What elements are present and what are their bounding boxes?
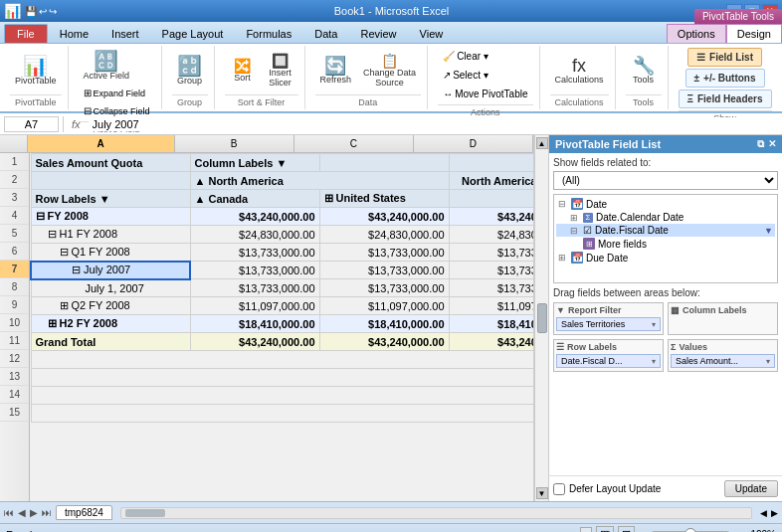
tab-home[interactable]: Home [49, 24, 99, 43]
h-scroll-left-btn[interactable]: ◀ [760, 508, 767, 518]
tab-formulas[interactable]: Formulas [235, 24, 302, 43]
change-data-source-button[interactable]: 📋 Change DataSource [358, 51, 421, 90]
zoom-out-btn[interactable]: ─ [639, 529, 647, 533]
col-header-c[interactable]: C [294, 135, 414, 152]
tab-file[interactable]: File [4, 24, 48, 43]
formula-input[interactable] [89, 117, 778, 131]
field-headers-button[interactable]: Ξ Field Headers [679, 89, 772, 108]
pivot-copy-icon[interactable]: ⧉ [757, 138, 764, 150]
cell-b9[interactable]: $11,097,000.00 [190, 297, 319, 315]
cell-c3[interactable]: ⊞ United States [319, 190, 449, 208]
group-button[interactable]: 🔡 Group [172, 53, 208, 89]
tools-button[interactable]: 🔧 Tools [626, 54, 662, 88]
cell-reference-input[interactable] [4, 116, 59, 132]
cell-b8[interactable]: $13,733,000.00 [190, 279, 319, 297]
zoom-in-btn[interactable]: + [734, 529, 740, 533]
tab-view[interactable]: View [409, 24, 455, 43]
cell-b1[interactable]: Column Labels ▼ [190, 154, 319, 172]
cell-b4[interactable]: $43,240,000.00 [190, 208, 319, 226]
cell-a1[interactable]: Sales Amount Quota [31, 154, 190, 172]
tab-page-layout[interactable]: Page Layout [151, 24, 235, 43]
checkbox-fiscal[interactable]: ☑ [583, 225, 592, 236]
scroll-thumb[interactable] [537, 303, 547, 333]
field-fiscal-date[interactable]: ⊟ ☑ Date.Fiscal Date ▼ [556, 224, 775, 237]
cell-d6[interactable]: $13,733,000.00 [449, 244, 533, 262]
h-scrollbar[interactable] [120, 507, 752, 519]
pivot-close-icon[interactable]: ✕ [768, 138, 776, 150]
cell-d7[interactable]: $13,733,000.00 [449, 262, 533, 279]
tab-design[interactable]: Design [726, 24, 782, 43]
tab-nav-prev[interactable]: ◀ [18, 507, 26, 518]
cell-d9[interactable]: $11,097,000.00 [449, 297, 533, 315]
cell-d11[interactable]: $43,240,000.00 [449, 333, 533, 351]
cell-a7[interactable]: ⊟ July 2007 [31, 262, 190, 279]
page-layout-view-btn[interactable]: ▦ [596, 526, 614, 532]
h-scroll-thumb[interactable] [125, 509, 165, 517]
field-due-date[interactable]: ⊞ 📅 Due Date [556, 251, 775, 265]
row-labels-area[interactable]: ☰ Row Labels Date.Fiscal D... ▾ [553, 339, 664, 372]
pivottable-button[interactable]: 📊 PivotTable [10, 53, 62, 89]
cell-a6[interactable]: ⊟ Q1 FY 2008 [31, 244, 190, 262]
cell-d3[interactable] [449, 190, 533, 208]
cell-d5[interactable]: $24,830,000.00 [449, 226, 533, 244]
cell-b10[interactable]: $18,410,000.00 [190, 315, 319, 333]
tab-nav-first[interactable]: ⏮ [4, 507, 14, 518]
calculations-button[interactable]: fx Calculations [550, 54, 609, 88]
row-labels-field[interactable]: Date.Fiscal D... ▾ [556, 354, 661, 368]
cell-b11[interactable]: $43,240,000.00 [190, 333, 319, 351]
cell-c1[interactable] [319, 154, 449, 172]
update-button[interactable]: Update [724, 480, 778, 497]
cell-a4[interactable]: ⊟ FY 2008 [31, 208, 190, 226]
values-area[interactable]: Σ Values Sales Amount... ▾ [668, 339, 778, 372]
cell-b7[interactable]: $13,733,000.00 [190, 262, 319, 279]
clear-button[interactable]: 🧹 Clear ▾ [438, 48, 493, 65]
cell-c10[interactable]: $18,410,000.00 [319, 315, 449, 333]
cell-c4[interactable]: $43,240,000.00 [319, 208, 449, 226]
column-labels-area[interactable]: ▦ Column Labels [668, 302, 778, 335]
cell-a2[interactable] [31, 172, 190, 190]
col-header-b[interactable]: B [175, 135, 294, 152]
defer-layout-checkbox-container[interactable]: Defer Layout Update [553, 483, 661, 495]
tab-nav-last[interactable]: ⏭ [42, 507, 52, 518]
values-field[interactable]: Sales Amount... ▾ [671, 354, 775, 368]
field-more[interactable]: ⊞ More fields [556, 237, 775, 251]
tab-data[interactable]: Data [303, 24, 348, 43]
cell-d2[interactable]: North America Total [449, 172, 533, 190]
cell-d1[interactable] [449, 154, 533, 172]
cell-a9[interactable]: ⊞ Q2 FY 2008 [31, 297, 190, 315]
col-header-a[interactable]: A [28, 135, 175, 152]
cell-a5[interactable]: ⊟ H1 FY 2008 [31, 226, 190, 244]
zoom-slider-thumb[interactable] [684, 528, 696, 533]
scroll-up-btn[interactable]: ▲ [536, 137, 548, 149]
cell-c5[interactable]: $24,830,000.00 [319, 226, 449, 244]
field-calendar-date[interactable]: ⊞ Σ Date.Calendar Date [556, 211, 775, 224]
select-button[interactable]: ↗ Select ▾ [438, 67, 493, 84]
refresh-button[interactable]: 🔄 Refresh [315, 54, 357, 88]
sheet-tab[interactable]: tmp6824 [56, 505, 112, 520]
cell-c9[interactable]: $11,097,000.00 [319, 297, 449, 315]
sort-button[interactable]: 🔀 Sort [225, 56, 261, 86]
cell-a11[interactable]: Grand Total [31, 333, 190, 351]
tab-insert[interactable]: Insert [100, 24, 150, 43]
quick-access[interactable]: 💾 ↩ ↪ [25, 6, 57, 17]
h-scroll-right-btn[interactable]: ▶ [771, 508, 778, 518]
report-filter-dropdown-icon[interactable]: ▾ [652, 320, 656, 329]
report-filter-area[interactable]: ▼ Report Filter Sales Territories ▾ [553, 302, 664, 335]
report-filter-field[interactable]: Sales Territories ▾ [556, 317, 661, 331]
cell-c7[interactable]: $13,733,000.00 [319, 262, 449, 279]
cell-a8[interactable]: July 1, 2007 [31, 279, 190, 297]
scroll-down-btn[interactable]: ▼ [536, 487, 548, 499]
cell-c6[interactable]: $13,733,000.00 [319, 244, 449, 262]
cell-a10[interactable]: ⊞ H2 FY 2008 [31, 315, 190, 333]
field-date[interactable]: ⊟ 📅 Date [556, 197, 775, 211]
cell-d4[interactable]: $43,240,000.00 [449, 208, 533, 226]
tab-review[interactable]: Review [349, 24, 407, 43]
move-pivot-button[interactable]: ↔ Move PivotTable [438, 86, 532, 102]
cell-c8[interactable]: $13,733,000.00 [319, 279, 449, 297]
page-break-view-btn[interactable]: ⊟ [618, 526, 635, 532]
cell-b3[interactable]: ▲ Canada [190, 190, 319, 208]
normal-view-btn[interactable]: ▪ [580, 527, 592, 533]
tab-options[interactable]: Options [667, 24, 726, 43]
cell-c11[interactable]: $43,240,000.00 [319, 333, 449, 351]
row-labels-dropdown-icon[interactable]: ▾ [652, 357, 656, 366]
